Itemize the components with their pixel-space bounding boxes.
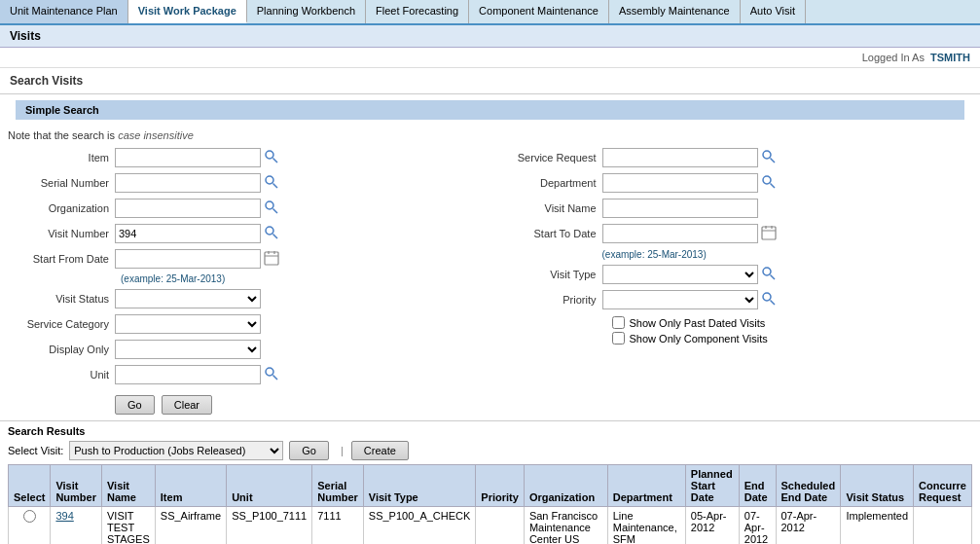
results-table: Select VisitNumber VisitName Item Unit S…: [8, 464, 972, 544]
row-end-date: 07-Apr-2012: [739, 507, 776, 545]
clear-button[interactable]: Clear: [162, 395, 212, 415]
start-from-date-input[interactable]: [115, 249, 261, 269]
col-header-visit-name: VisitName: [101, 465, 155, 507]
svg-line-5: [273, 209, 278, 214]
visit-number-search-icon[interactable]: [264, 225, 281, 242]
col-header-visit-type: Visit Type: [363, 465, 476, 507]
unit-label: Unit: [8, 369, 115, 381]
show-component-checkbox[interactable]: [612, 332, 625, 345]
organization-search-icon[interactable]: [264, 199, 281, 217]
show-component-label: Show Only Component Visits: [630, 333, 768, 345]
visit-name-input[interactable]: [602, 199, 758, 218]
svg-point-24: [763, 293, 771, 301]
row-select[interactable]: [9, 507, 51, 545]
select-visit-label: Select Visit:: [8, 445, 63, 456]
tab-unit-maintenance-plan[interactable]: Unit Maintenance Plan: [0, 0, 128, 23]
serial-number-input[interactable]: [115, 173, 261, 193]
visit-number-link[interactable]: 394: [55, 510, 73, 522]
col-header-end-date: EndDate: [739, 465, 776, 507]
display-only-select[interactable]: [115, 340, 261, 359]
select-visit-dropdown[interactable]: Push to Production (Jobs Released): [69, 441, 283, 460]
unit-input[interactable]: [115, 365, 261, 384]
priority-label: Priority: [495, 294, 602, 306]
service-category-select[interactable]: [115, 314, 261, 334]
item-search-icon[interactable]: [264, 149, 281, 166]
visit-status-select[interactable]: [115, 289, 261, 308]
svg-line-17: [770, 184, 775, 189]
item-input[interactable]: [115, 148, 261, 167]
department-search-icon[interactable]: [761, 174, 779, 192]
results-go-button[interactable]: Go: [289, 441, 329, 460]
visit-number-label: Visit Number: [8, 228, 115, 239]
svg-line-15: [770, 159, 775, 163]
row-concurre-request: [914, 507, 972, 545]
row-item: SS_Airframe: [155, 507, 226, 545]
svg-rect-18: [762, 227, 776, 239]
serial-number-label: Serial Number: [8, 177, 115, 189]
start-to-date-label: Start To Date: [495, 228, 602, 239]
service-request-input[interactable]: [602, 148, 758, 167]
row-planned-start-date: 05-Apr-2012: [685, 507, 739, 545]
tab-component-maintenance[interactable]: Component Maintenance: [469, 0, 609, 23]
divider: |: [339, 445, 345, 456]
svg-point-14: [763, 151, 771, 159]
row-visit-status: Implemented: [841, 507, 914, 545]
col-header-select: Select: [9, 465, 51, 507]
svg-line-25: [770, 301, 775, 306]
department-label: Department: [495, 177, 602, 189]
svg-point-16: [763, 176, 771, 184]
show-past-dated-checkbox[interactable]: [612, 316, 625, 329]
col-header-department: Department: [607, 465, 685, 507]
results-section: Search Results Select Visit: Push to Pro…: [0, 420, 980, 544]
tab-assembly-maintenance[interactable]: Assembly Maintenance: [609, 0, 741, 23]
tab-fleet-forecasting[interactable]: Fleet Forecasting: [366, 0, 469, 23]
go-button[interactable]: Go: [115, 395, 155, 415]
priority-select[interactable]: [602, 290, 758, 309]
svg-point-2: [266, 176, 273, 184]
row-visit-name: VISITTESTSTAGES: [101, 507, 155, 545]
service-category-label: Service Category: [8, 318, 115, 330]
row-visit-type: SS_P100_A_CHECK: [363, 507, 476, 545]
tab-auto-visit[interactable]: Auto Visit: [741, 0, 806, 23]
department-input[interactable]: [602, 173, 758, 193]
organization-input[interactable]: [115, 199, 261, 218]
svg-point-22: [763, 268, 771, 275]
row-unit: SS_P100_7111: [227, 507, 312, 545]
case-insensitive-note: Note that the search is case insensitive: [8, 126, 972, 147]
visit-type-select[interactable]: [602, 265, 758, 284]
visit-type-search-icon[interactable]: [761, 266, 779, 283]
svg-line-1: [273, 159, 278, 163]
priority-search-icon[interactable]: [761, 291, 779, 308]
tab-planning-workbench[interactable]: Planning Workbench: [247, 0, 366, 23]
item-label: Item: [8, 152, 115, 163]
start-to-date-calendar-icon[interactable]: [761, 225, 780, 242]
display-only-label: Display Only: [8, 344, 115, 355]
tab-visit-work-package[interactable]: Visit Work Package: [128, 0, 247, 23]
nav-tabs: Unit Maintenance Plan Visit Work Package…: [0, 0, 980, 25]
start-from-date-example: (example: 25-Mar-2013): [121, 273, 225, 284]
serial-number-search-icon[interactable]: [264, 174, 281, 192]
col-header-item: Item: [155, 465, 226, 507]
col-header-priority: Priority: [476, 465, 525, 507]
row-priority: [476, 507, 525, 545]
row-scheduled-end-date: 07-Apr-2012: [776, 507, 841, 545]
service-request-search-icon[interactable]: [761, 149, 779, 166]
login-bar: Logged In As TSMITH: [0, 48, 980, 68]
visit-number-input[interactable]: [115, 224, 261, 243]
col-header-unit: Unit: [227, 465, 312, 507]
results-title: Search Results: [8, 425, 972, 437]
row-organization: San Francisco Maintenance Center US: [524, 507, 607, 545]
row-visit-number: 394: [51, 507, 102, 545]
visit-status-label: Visit Status: [8, 293, 115, 305]
col-header-visit-status: Visit Status: [841, 465, 914, 507]
svg-point-0: [266, 151, 273, 159]
svg-point-6: [266, 227, 273, 235]
svg-point-12: [266, 368, 273, 376]
svg-line-3: [273, 184, 278, 189]
results-controls: Select Visit: Push to Production (Jobs R…: [8, 441, 972, 460]
unit-search-icon[interactable]: [264, 366, 281, 383]
svg-point-4: [266, 201, 273, 209]
start-from-date-calendar-icon[interactable]: [264, 250, 283, 268]
create-button[interactable]: Create: [351, 441, 409, 460]
start-to-date-input[interactable]: [602, 224, 758, 243]
